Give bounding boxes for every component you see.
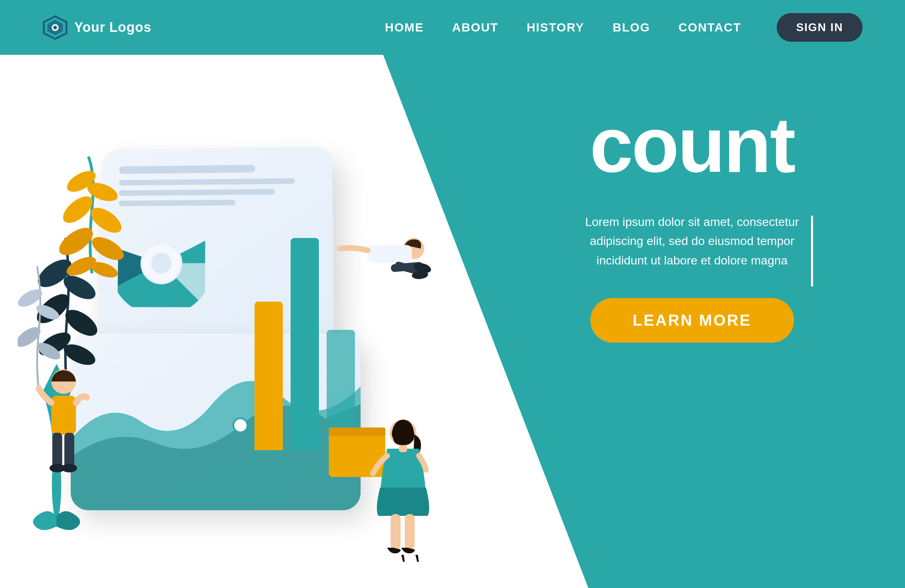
svg-rect-42: [399, 445, 407, 452]
page-wrapper: Your Logos HOME ABOUT HISTORY BLOG CONTA…: [0, 0, 905, 588]
illustration-area: [0, 75, 460, 588]
logo-area: Your Logos: [43, 15, 151, 40]
nav-item-about[interactable]: ABOUT: [452, 21, 499, 34]
learn-more-button[interactable]: LEARN MORE: [591, 298, 794, 343]
nav-item-blog[interactable]: BLOG: [613, 21, 650, 34]
svg-rect-43: [391, 514, 400, 550]
nav-link-blog[interactable]: BLOG: [613, 21, 650, 34]
person-yellow-figure: [35, 367, 92, 488]
logo-icon: [43, 15, 68, 40]
nav-item-history[interactable]: HISTORY: [527, 21, 584, 34]
card-line-1: [119, 165, 255, 174]
svg-rect-44: [405, 514, 415, 550]
svg-point-34: [62, 464, 77, 472]
person-yellow: [35, 367, 92, 489]
svg-rect-30: [51, 396, 76, 435]
card-line-2: [119, 178, 295, 186]
nav-item-home[interactable]: HOME: [385, 21, 424, 34]
svg-rect-32: [64, 433, 74, 468]
nav-link-history[interactable]: HISTORY: [527, 21, 584, 34]
hero-divider: [811, 216, 813, 286]
person-blue: [332, 224, 431, 296]
svg-point-19: [34, 302, 60, 323]
hero-title: count: [585, 106, 799, 184]
bar-teal-tall: [291, 238, 319, 450]
svg-point-3: [53, 26, 57, 29]
plant-yellow: [53, 139, 131, 282]
svg-point-28: [233, 418, 248, 432]
person-teal: [368, 417, 438, 567]
card-line-3: [119, 189, 275, 196]
nav-links: HOME ABOUT HISTORY BLOG CONTACT: [385, 21, 741, 34]
nav-link-contact[interactable]: CONTACT: [678, 21, 741, 34]
person-teal-figure: [368, 417, 438, 566]
nav-link-about[interactable]: ABOUT: [452, 21, 499, 34]
person-blue-figure: [332, 224, 431, 294]
nav-link-home[interactable]: HOME: [385, 21, 424, 34]
navbar: Your Logos HOME ABOUT HISTORY BLOG CONTA…: [0, 0, 905, 55]
svg-rect-31: [52, 433, 62, 468]
hero-text-area: count Lorem ipsum dolor sit amet, consec…: [585, 106, 799, 343]
logo-text: Your Logos: [74, 20, 151, 35]
card-line-4: [119, 200, 235, 206]
nav-item-contact[interactable]: CONTACT: [678, 21, 741, 34]
sign-in-button[interactable]: SIGN IN: [777, 13, 862, 42]
svg-rect-36: [368, 245, 412, 263]
bar-yellow: [254, 302, 283, 450]
hero-description: Lorem ipsum dolor sit amet, consectetur …: [585, 212, 799, 270]
